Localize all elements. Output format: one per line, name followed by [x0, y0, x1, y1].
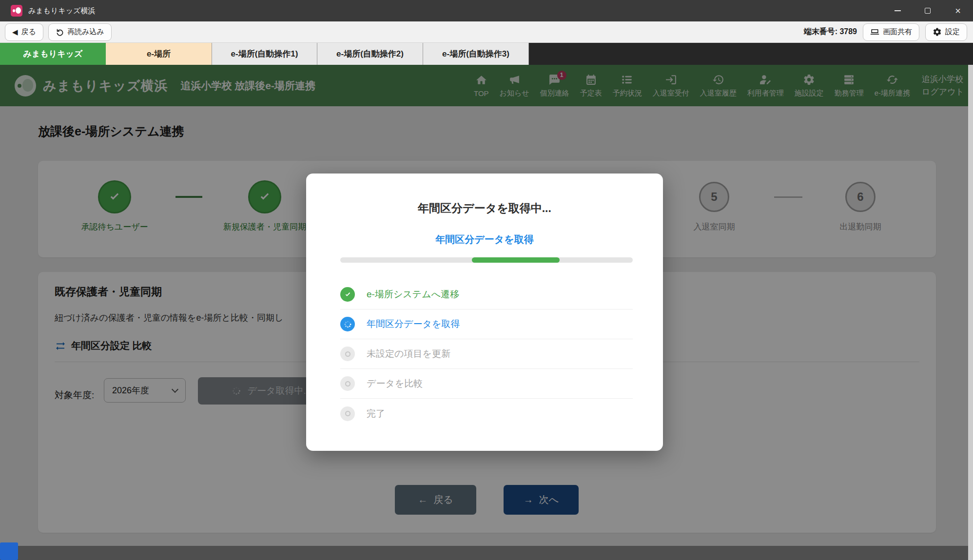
modal-step-list: e-場所システムへ遷移 年間区分データを取得 未設定の項目を更新 データを比較 … — [340, 280, 633, 428]
close-button[interactable]: × — [943, 0, 973, 21]
blue-corner-element — [0, 542, 18, 560]
modal-step-label: 年間区分データを取得 — [367, 318, 460, 330]
back-triangle-icon: ◀ — [12, 28, 18, 37]
scrollbar[interactable] — [968, 65, 973, 560]
tab-label: みまもりキッズ — [23, 48, 83, 59]
modal-step-done: e-場所システムへ遷移 — [340, 280, 633, 309]
minimize-button[interactable] — [882, 0, 913, 21]
app-icon — [11, 5, 22, 17]
modal-step-pending: データを比較 — [340, 369, 633, 399]
spinner-circle-icon — [340, 317, 355, 331]
modal-step-label: 未設定の項目を更新 — [367, 348, 450, 360]
reload-icon — [56, 28, 64, 36]
modal-step-pending: 未設定の項目を更新 — [340, 339, 633, 369]
progress-bar-fill — [472, 257, 560, 263]
modal-step-label: e-場所システムへ遷移 — [367, 288, 459, 301]
minimize-icon — [895, 10, 901, 11]
maximize-button[interactable] — [913, 0, 943, 21]
tab-label: e-場所 — [147, 48, 171, 59]
pending-circle-icon — [340, 406, 355, 421]
modal-step-label: 完了 — [367, 407, 385, 420]
screen-share-label: 画面共有 — [883, 27, 912, 37]
gear-icon — [933, 27, 942, 37]
progress-modal: 年間区分データを取得中... 年間区分データを取得 e-場所システムへ遷移 年間… — [306, 174, 663, 451]
window-title: みまもりキッズ横浜 — [28, 6, 95, 16]
progress-bar — [340, 257, 633, 263]
maximize-icon — [925, 8, 931, 14]
tab-label: e-場所(自動操作3) — [442, 48, 509, 59]
reload-button[interactable]: 再読み込み — [48, 23, 112, 41]
modal-subtitle: 年間区分データを取得 — [306, 233, 663, 246]
tab-label: e-場所(自動操作1) — [231, 48, 298, 59]
tab-label: e-場所(自動操作2) — [336, 48, 404, 59]
pending-circle-icon — [340, 376, 355, 391]
window-titlebar: みまもりキッズ横浜 × — [0, 0, 973, 21]
pending-circle-icon — [340, 347, 355, 361]
laptop-icon — [870, 27, 879, 37]
tab-ebasho[interactable]: e-場所 — [106, 43, 212, 65]
tab-ebasho-auto1[interactable]: e-場所(自動操作1) — [212, 43, 317, 65]
tab-strip: みまもりキッズ e-場所 e-場所(自動操作1) e-場所(自動操作2) e-場… — [0, 43, 973, 65]
terminal-number: 端末番号: 3789 — [804, 27, 857, 37]
screen-share-button[interactable]: 画面共有 — [863, 23, 919, 41]
back-nav-label: 戻る — [21, 27, 36, 37]
tab-ebasho-auto3[interactable]: e-場所(自動操作3) — [423, 43, 529, 65]
modal-title: 年間区分データを取得中... — [306, 201, 663, 216]
modal-step-label: データを比較 — [367, 377, 423, 390]
modal-step-pending: 完了 — [340, 399, 633, 428]
window-controls: × — [882, 0, 973, 21]
check-circle-icon — [340, 287, 355, 302]
modal-step-active: 年間区分データを取得 — [340, 309, 633, 339]
settings-button[interactable]: 設定 — [925, 23, 967, 41]
tab-ebasho-auto2[interactable]: e-場所(自動操作2) — [317, 43, 423, 65]
reload-label: 再読み込み — [67, 27, 104, 37]
tab-mimamori-kids[interactable]: みまもりキッズ — [0, 43, 106, 65]
back-nav-button[interactable]: ◀ 戻る — [5, 23, 43, 41]
settings-label: 設定 — [945, 27, 960, 37]
toolbar: ◀ 戻る 再読み込み 端末番号: 3789 画面共有 設定 — [0, 21, 973, 43]
